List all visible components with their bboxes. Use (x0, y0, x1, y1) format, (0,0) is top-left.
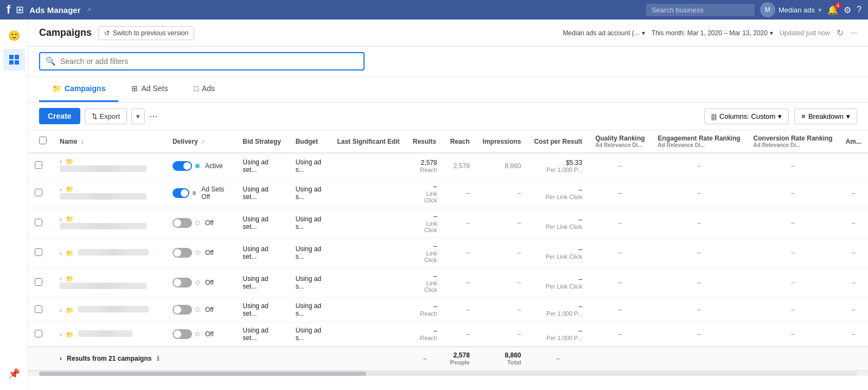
campaign-toggle[interactable] (173, 248, 192, 258)
search-filter-input[interactable] (60, 57, 358, 66)
row-expand-icon[interactable]: › (60, 250, 62, 257)
scrollbar-track (39, 372, 857, 376)
export-dropdown-button[interactable]: ▾ (131, 108, 145, 124)
col-header-name[interactable]: Name ↕ (53, 130, 166, 153)
delivery-status-dot (195, 164, 200, 168)
delivery-status-text: Off (205, 249, 214, 257)
tab-campaigns[interactable]: 📁 Campaigns (39, 76, 118, 102)
amount-value: – (852, 330, 856, 338)
campaign-name-blurred (60, 223, 146, 229)
row-expand-icon[interactable]: › (60, 158, 62, 165)
account-name: Median ads (778, 6, 815, 14)
cost-per-result-cell: – Per Link Click (528, 268, 589, 298)
row-expand-icon[interactable]: › (60, 275, 62, 283)
quality-ranking-cell: – (589, 298, 651, 322)
settings-button[interactable]: ⚙ (844, 5, 851, 15)
amount-value: – (852, 249, 856, 257)
refresh-button[interactable]: ↻ (837, 28, 844, 38)
campaign-toggle[interactable] (173, 278, 192, 287)
sidebar-item-face[interactable]: 🙂 (3, 25, 25, 47)
notifications-button[interactable]: 🔔4 (827, 5, 838, 15)
campaign-toggle[interactable] (173, 218, 192, 228)
footer-expand-icon[interactable]: › (60, 355, 62, 362)
date-range-label: This month: Mar 1, 2020 – Mar 13, 2020 (652, 29, 768, 37)
bid-strategy-cell: Using ad set... (236, 322, 289, 347)
campaign-toggle[interactable] (173, 305, 192, 315)
horizontal-scrollbar[interactable] (28, 370, 868, 376)
cost-label: Per Link Click (534, 194, 583, 200)
switch-version-button[interactable]: ↺ Switch to previous version (98, 26, 194, 40)
delivery-status-dot (195, 251, 200, 255)
campaign-name-cell: › 📁 (53, 268, 166, 298)
sidebar-item-campaigns[interactable] (3, 49, 25, 71)
row-checkbox[interactable] (35, 248, 42, 256)
conversion-ranking-cell: – (747, 208, 839, 238)
campaign-toggle[interactable] (173, 188, 189, 198)
create-button[interactable]: Create (39, 108, 80, 124)
cost-value: – (579, 216, 583, 223)
row-checkbox[interactable] (35, 189, 42, 196)
results-value: – (433, 213, 437, 220)
impressions-cell: – (476, 178, 528, 208)
table-row: › 📁 Ad Sets Off Using ad set... Using ad… (28, 178, 868, 208)
row-checkbox[interactable] (35, 305, 42, 313)
campaign-folder-icon: 📁 (66, 331, 74, 338)
conversion-ranking-cell: – (747, 178, 839, 208)
col-name-label: Name (60, 138, 78, 145)
row-expand-icon[interactable]: › (60, 306, 62, 314)
campaign-toggle[interactable] (173, 329, 192, 339)
columns-chevron-icon: ▾ (778, 112, 782, 120)
row-checkbox[interactable] (35, 278, 42, 286)
grid-icon[interactable]: ⊞ (16, 4, 24, 16)
tab-ads[interactable]: □ Ads (181, 76, 228, 102)
app-title: Ads Manager (29, 5, 80, 15)
col-header-checkbox (28, 130, 53, 153)
reach-cell: – (444, 322, 476, 347)
cost-label: Per 1,000 P... (534, 310, 583, 317)
search-filter-input-wrap[interactable]: 🔍 (39, 52, 365, 71)
scrollbar-thumb[interactable] (39, 372, 366, 376)
campaign-name-blurred (78, 306, 149, 312)
quality-ranking-cell: – (589, 208, 651, 238)
engagement-value: – (697, 249, 701, 257)
sidebar-item-pin[interactable]: 📌 (3, 363, 25, 385)
budget-cell: Using ad s... (289, 238, 331, 268)
tab-adsets[interactable]: ⊞ Ad Sets (118, 76, 181, 102)
row-checkbox[interactable] (35, 161, 42, 169)
columns-button[interactable]: ||| Columns: Custom ▾ (704, 108, 789, 124)
breakdown-button[interactable]: ≡ Breakdown ▾ (794, 108, 857, 124)
delivery-cell: Off (166, 208, 236, 238)
col-header-delivery: Delivery ↑ (166, 130, 236, 153)
row-checkbox-cell (28, 238, 53, 268)
table-area: Name ↕ Delivery ↑ Bid Strategy Budget (28, 130, 868, 390)
col-header-conversion-ranking: Conversion Rate Ranking Ad Relevance Di.… (747, 130, 839, 153)
help-button[interactable]: ? (857, 5, 861, 15)
date-range-selector[interactable]: This month: Mar 1, 2020 – Mar 13, 2020 ▾ (652, 29, 773, 37)
row-checkbox[interactable] (35, 219, 42, 226)
breakdown-icon: ≡ (801, 112, 806, 120)
export-button[interactable]: ⇅ Export (85, 108, 127, 124)
footer-results-label: Results from 21 campaigns (67, 355, 151, 362)
amount-cell: – (839, 268, 868, 298)
account-selector[interactable]: Median ads ad account (... ▾ (563, 29, 644, 37)
more-options-header-button[interactable]: ··· (850, 28, 857, 38)
row-expand-icon[interactable]: › (60, 186, 62, 193)
footer-info-icon: ℹ (157, 355, 159, 362)
account-switcher[interactable]: M Median ads ▾ (760, 2, 822, 17)
results-cell: – Reach (406, 322, 444, 347)
updated-status: Updated just now (780, 29, 830, 37)
campaign-name-cell: › 📁 (53, 178, 166, 208)
col-engagement-label: Engagement Rate Ranking (658, 135, 741, 142)
reach-value: 2,578 (454, 162, 470, 170)
row-expand-icon[interactable]: › (60, 215, 62, 223)
select-all-checkbox[interactable] (39, 137, 47, 144)
cost-per-result-cell: – Per Link Click (528, 238, 589, 268)
row-expand-icon[interactable]: › (60, 331, 62, 338)
toolbar-more-button[interactable]: ··· (149, 111, 157, 122)
row-checkbox[interactable] (35, 330, 42, 337)
conversion-value: – (791, 219, 795, 227)
results-value: – (433, 327, 437, 335)
campaign-toggle[interactable] (173, 161, 192, 171)
global-search-input[interactable] (646, 4, 755, 16)
bid-strategy-cell: Using ad set... (236, 238, 289, 268)
